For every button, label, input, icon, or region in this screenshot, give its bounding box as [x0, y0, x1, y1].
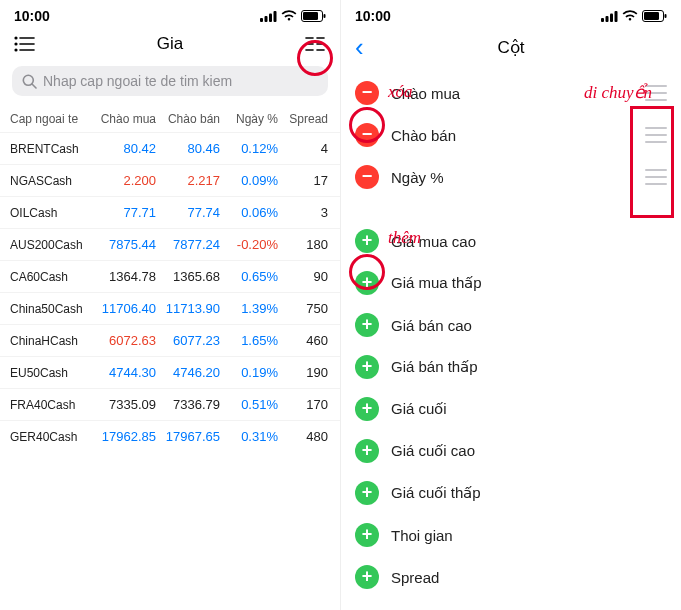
cell-day: 0.51%	[220, 397, 278, 412]
cell-ask: 4746.20	[156, 365, 220, 380]
remove-column-button[interactable]: −	[355, 165, 379, 189]
cell-day: 0.19%	[220, 365, 278, 380]
table-row[interactable]: CA60Cash1364.781365.680.65%90	[0, 260, 340, 292]
column-label: Giá cuối	[391, 400, 667, 418]
remove-column-button[interactable]: −	[355, 81, 379, 105]
available-columns-list: +Giá mua cao+Giá mua thấp+Giá bán cao+Gi…	[341, 216, 681, 598]
available-column-row: +Giá cuối thấp	[341, 472, 681, 514]
svg-point-10	[15, 37, 17, 39]
column-label: Giá bán thấp	[391, 358, 667, 376]
add-column-button[interactable]: +	[355, 397, 379, 421]
columns-panel: 10:00 ‹ Cột −Chào mua−Chào bán−Ngày % +G…	[341, 0, 681, 610]
cell-bid: 2.200	[92, 173, 156, 188]
table-row[interactable]: China50Cash11706.4011713.901.39%750	[0, 292, 340, 324]
add-column-button[interactable]: +	[355, 229, 379, 253]
cell-symbol: EU50Cash	[10, 366, 92, 380]
cell-symbol: ChinaHCash	[10, 334, 92, 348]
cell-symbol: CA60Cash	[10, 270, 92, 284]
svg-rect-24	[615, 11, 618, 22]
svg-rect-3	[274, 11, 277, 22]
table-row[interactable]: EU50Cash4744.304746.200.19%190	[0, 356, 340, 388]
cell-ask: 77.74	[156, 205, 220, 220]
status-bar-right: 10:00	[341, 0, 681, 28]
remove-column-button[interactable]: −	[355, 123, 379, 147]
drag-handle-icon[interactable]	[645, 169, 667, 185]
nav-bar-right: ‹ Cột	[341, 28, 681, 68]
svg-point-12	[15, 49, 17, 51]
column-label: Giá mua cao	[391, 233, 667, 250]
cell-symbol: BRENTCash	[10, 142, 92, 156]
page-title-right: Cột	[395, 37, 627, 58]
cell-spread: 180	[278, 237, 328, 252]
column-label: Chào mua	[391, 85, 633, 102]
cell-ask: 6077.23	[156, 333, 220, 348]
cell-spread: 3	[278, 205, 328, 220]
svg-rect-22	[606, 16, 609, 22]
cell-day: 0.31%	[220, 429, 278, 444]
table-row[interactable]: BRENTCash80.4280.460.12%4	[0, 132, 340, 164]
search-icon	[22, 74, 37, 89]
cell-symbol: NGASCash	[10, 174, 92, 188]
signal-icon	[601, 11, 618, 22]
svg-rect-2	[269, 13, 272, 22]
table-row[interactable]: GER40Cash17962.8517967.650.31%480	[0, 420, 340, 452]
add-column-button[interactable]: +	[355, 271, 379, 295]
add-column-button[interactable]: +	[355, 355, 379, 379]
column-label: Thoi gian	[391, 527, 667, 544]
table-row[interactable]: NGASCash2.2002.2170.09%17	[0, 164, 340, 196]
cell-day: 0.09%	[220, 173, 278, 188]
table-row[interactable]: ChinaHCash6072.636077.231.65%460	[0, 324, 340, 356]
svg-rect-6	[324, 14, 326, 18]
cell-bid: 7335.09	[92, 397, 156, 412]
cell-bid: 11706.40	[92, 301, 156, 316]
add-column-button[interactable]: +	[355, 523, 379, 547]
back-button[interactable]: ‹	[355, 34, 364, 60]
watchlist-icon[interactable]	[14, 35, 36, 53]
column-label: Giá cuối cao	[391, 442, 667, 460]
cell-bid: 6072.63	[92, 333, 156, 348]
quotes-panel: 10:00 Gia Nhap cap ngoai te de tim kiem …	[0, 0, 341, 610]
cell-bid: 77.71	[92, 205, 156, 220]
status-indicators	[601, 10, 667, 22]
column-label: Ngày %	[391, 169, 633, 186]
cell-ask: 2.217	[156, 173, 220, 188]
signal-icon	[260, 11, 277, 22]
header-day: Ngày %	[220, 112, 278, 126]
cell-ask: 7336.79	[156, 397, 220, 412]
available-column-row: +Giá bán thấp	[341, 346, 681, 388]
cell-spread: 17	[278, 173, 328, 188]
table-row[interactable]: OILCash77.7177.740.06%3	[0, 196, 340, 228]
table-header: Cap ngoai te Chào mua Chào bán Ngày % Sp…	[0, 106, 340, 132]
cell-day: 0.65%	[220, 269, 278, 284]
cell-bid: 17962.85	[92, 429, 156, 444]
cell-bid: 7875.44	[92, 237, 156, 252]
column-label: Chào bán	[391, 127, 633, 144]
cell-spread: 90	[278, 269, 328, 284]
add-column-button[interactable]: +	[355, 439, 379, 463]
cell-spread: 480	[278, 429, 328, 444]
cell-ask: 17967.65	[156, 429, 220, 444]
battery-icon	[642, 10, 667, 22]
status-time: 10:00	[355, 8, 391, 24]
cell-day: 1.39%	[220, 301, 278, 316]
svg-rect-27	[665, 14, 667, 18]
cell-day: 0.12%	[220, 141, 278, 156]
columns-icon[interactable]	[304, 35, 326, 53]
add-column-button[interactable]: +	[355, 565, 379, 589]
column-label: Giá mua thấp	[391, 274, 667, 292]
column-label: Spread	[391, 569, 667, 586]
cell-ask: 11713.90	[156, 301, 220, 316]
column-label: Giá cuối thấp	[391, 484, 667, 502]
add-column-button[interactable]: +	[355, 313, 379, 337]
status-indicators	[260, 10, 326, 22]
nav-bar-left: Gia	[0, 28, 340, 62]
search-input[interactable]: Nhap cap ngoai te de tim kiem	[12, 66, 328, 96]
add-column-button[interactable]: +	[355, 481, 379, 505]
available-column-row: +Giá cuối cao	[341, 430, 681, 472]
drag-handle-icon[interactable]	[645, 85, 667, 101]
table-row[interactable]: AUS200Cash7875.447877.24-0.20%180	[0, 228, 340, 260]
table-row[interactable]: FRA40Cash7335.097336.790.51%170	[0, 388, 340, 420]
cell-ask: 80.46	[156, 141, 220, 156]
drag-handle-icon[interactable]	[645, 127, 667, 143]
cell-symbol: AUS200Cash	[10, 238, 92, 252]
